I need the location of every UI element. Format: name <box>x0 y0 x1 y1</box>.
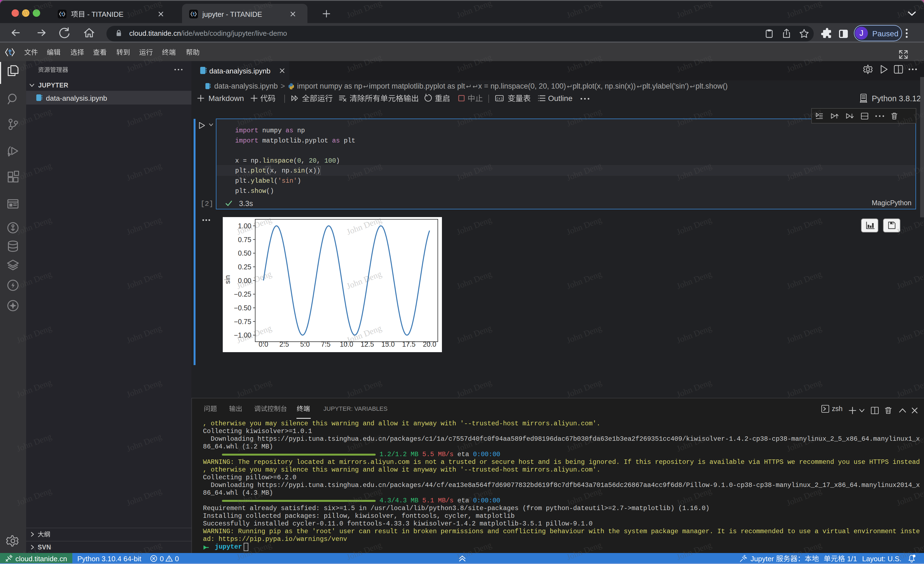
svg-text:−0.50: −0.50 <box>234 304 251 312</box>
svg-text:0.75: 0.75 <box>238 236 251 244</box>
svg-text:0.25: 0.25 <box>238 263 251 271</box>
svg-text:0.50: 0.50 <box>238 249 251 257</box>
svg-text:12.5: 12.5 <box>360 340 374 348</box>
svg-text:0.0: 0.0 <box>259 340 268 348</box>
svg-text:15.0: 15.0 <box>381 340 395 348</box>
svg-text:17.5: 17.5 <box>402 340 416 348</box>
svg-text:(x): (x) <box>496 96 502 101</box>
svg-text:7.5: 7.5 <box>321 340 330 348</box>
svg-text:2.5: 2.5 <box>279 340 289 348</box>
svg-text:sin: sin <box>224 275 231 284</box>
svg-text:−0.25: −0.25 <box>234 290 251 298</box>
svg-text:−0.75: −0.75 <box>234 318 251 325</box>
svg-text:5.0: 5.0 <box>300 340 310 348</box>
svg-text:20.0: 20.0 <box>423 340 436 348</box>
